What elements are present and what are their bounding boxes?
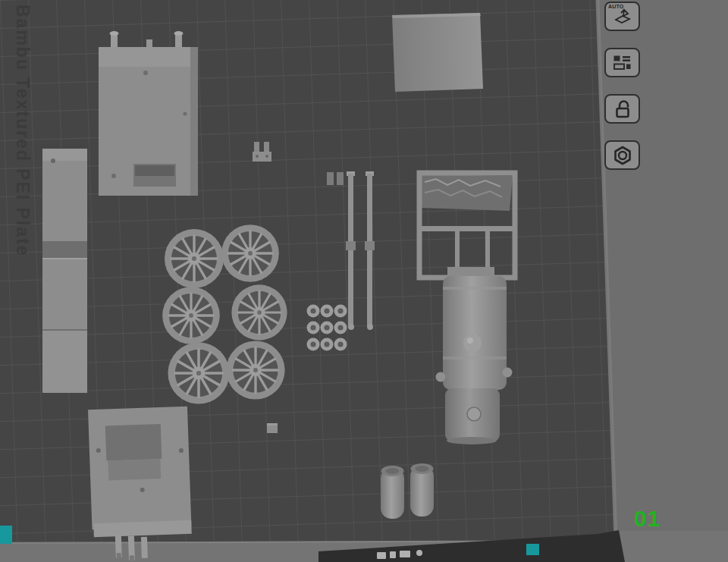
model-washer[interactable] [307, 305, 320, 318]
plate-surface-label: Bambu Textured PEI Plate [13, 5, 33, 257]
unlock-icon [612, 99, 633, 119]
model-wheel-5[interactable] [168, 342, 229, 403]
model-wheel-2[interactable] [221, 224, 279, 282]
model-washer[interactable] [307, 322, 320, 334]
tab-accent-marker [526, 544, 539, 555]
model-wheel-3[interactable] [162, 287, 220, 344]
model-roof-panel[interactable] [392, 13, 483, 92]
model-washer[interactable] [307, 338, 320, 351]
model-wheel-4[interactable] [231, 284, 287, 340]
model-washer[interactable] [321, 338, 334, 351]
auto-orient-icon [613, 8, 632, 26]
slicer-workspace: Bambu Textured PEI Plate [0, 0, 728, 562]
model-top-chassis[interactable] [99, 31, 198, 196]
auto-orient-button[interactable]: AUTO [604, 2, 640, 31]
model-wheel-1[interactable] [165, 229, 224, 288]
plate-settings-button[interactable] [604, 140, 640, 170]
arrange-icon [613, 55, 632, 71]
hex-nut-icon [611, 145, 634, 166]
corner-accent-marker [0, 526, 12, 544]
plate-toolbar: AUTO [604, 2, 642, 170]
model-washer[interactable] [321, 305, 334, 318]
model-washer[interactable] [321, 322, 334, 334]
plate-number-label: 01 [634, 506, 661, 532]
model-left-side-frame[interactable] [42, 149, 87, 393]
auto-orient-label: AUTO [608, 4, 624, 9]
model-washer[interactable] [334, 338, 347, 351]
model-wheel-6[interactable] [226, 341, 284, 399]
arrange-button[interactable] [604, 48, 640, 77]
model-small-cube[interactable] [267, 423, 278, 433]
model-washer[interactable] [334, 305, 347, 318]
lock-plate-button[interactable] [604, 94, 640, 124]
model-washer[interactable] [334, 322, 347, 334]
